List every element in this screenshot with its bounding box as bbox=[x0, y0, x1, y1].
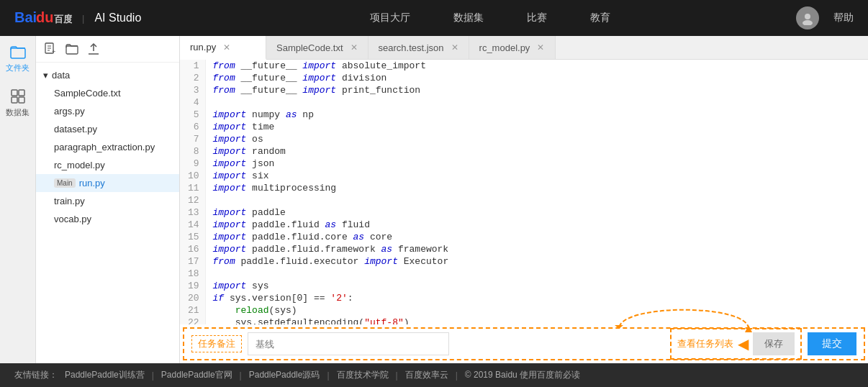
svg-rect-8 bbox=[12, 97, 17, 103]
footer-link-paddleofficial[interactable]: PaddlePaddle官网 bbox=[161, 369, 232, 381]
nav-right: 帮助 bbox=[796, 6, 854, 29]
file-vocab[interactable]: vocab.py bbox=[36, 210, 179, 228]
tab-label: rc_model.py bbox=[479, 42, 530, 53]
footer: 友情链接： PaddlePaddle训练营 | PaddlePaddle官网 |… bbox=[0, 363, 868, 387]
footer-copyright: © 2019 Baidu 使用百度前必读 bbox=[465, 369, 580, 381]
file-toolbar: + bbox=[36, 36, 179, 63]
svg-rect-9 bbox=[19, 97, 24, 103]
code-line: 16import paddle.fluid.framework as frame… bbox=[180, 243, 868, 255]
code-line: 15import paddle.fluid.core as core bbox=[180, 231, 868, 243]
folder-label: 文件夹 bbox=[6, 63, 30, 73]
folder-data[interactable]: ▾ data bbox=[36, 66, 179, 84]
view-tasks-button[interactable]: 查看任务列表 bbox=[677, 332, 733, 355]
svg-text:Bai: Bai bbox=[14, 9, 37, 25]
save-button[interactable]: 保存 bbox=[753, 332, 795, 355]
chevron-icon: ▾ bbox=[43, 70, 48, 81]
nav-datasets[interactable]: 数据集 bbox=[453, 8, 484, 28]
file-train[interactable]: train.py bbox=[36, 192, 179, 210]
nav-projects[interactable]: 项目大厅 bbox=[370, 8, 410, 28]
tab-label: SampleCode.txt bbox=[276, 42, 343, 53]
tab-search-test[interactable]: search.test.json ✕ bbox=[369, 36, 469, 59]
dataset-label: 数据集 bbox=[6, 107, 30, 118]
ai-studio-label: AI Studio bbox=[94, 12, 141, 24]
svg-point-3 bbox=[805, 14, 810, 19]
help-link[interactable]: 帮助 bbox=[833, 12, 854, 24]
arrow-icon: ◀ bbox=[738, 335, 749, 352]
code-line: 1from __future__ import absolute_import bbox=[180, 60, 868, 72]
sidebar-item-files[interactable]: 文件夹 bbox=[6, 43, 30, 73]
code-line: 13import paddle bbox=[180, 206, 868, 219]
tab-close-sample[interactable]: ✕ bbox=[351, 42, 358, 53]
code-line: 19import sys bbox=[180, 280, 868, 292]
code-line: 2from __future__ import division bbox=[180, 72, 868, 84]
code-editor[interactable]: 1from __future__ import absolute_import … bbox=[180, 60, 868, 324]
code-line: 10import six bbox=[180, 170, 868, 182]
tab-run-py[interactable]: run.py ✕ bbox=[180, 36, 266, 60]
file-rc-model[interactable]: rc_model.py bbox=[36, 156, 179, 174]
svg-point-4 bbox=[803, 20, 813, 25]
file-tree: ▾ data SampleCode.txt args.py dataset.py… bbox=[36, 63, 179, 363]
code-line: 6import time bbox=[180, 121, 868, 133]
new-folder-button[interactable] bbox=[65, 42, 79, 56]
task-note-label: 任务备注 bbox=[191, 335, 242, 352]
sidebar-item-datasets[interactable]: 数据集 bbox=[6, 88, 30, 118]
svg-rect-7 bbox=[19, 90, 24, 96]
code-line: 17from paddle.fluid.executor import Exec… bbox=[180, 255, 868, 268]
nav-education[interactable]: 教育 bbox=[590, 8, 610, 28]
svg-rect-15 bbox=[66, 46, 78, 54]
svg-marker-18 bbox=[615, 325, 623, 329]
tab-samplecode[interactable]: SampleCode.txt ✕ bbox=[266, 36, 369, 59]
file-paragraph[interactable]: paragraph_extraction.py bbox=[36, 138, 179, 156]
tab-label: search.test.json bbox=[379, 42, 444, 53]
baidu-logo: Bai du 百度 bbox=[14, 6, 72, 30]
file-run[interactable]: Main run.py bbox=[36, 174, 179, 192]
tab-label: run.py bbox=[190, 42, 216, 53]
main-badge: Main bbox=[54, 178, 76, 188]
code-line: 11import multiprocessing bbox=[180, 182, 868, 194]
code-line: 22 sys.setdefaultencoding("utf-8") bbox=[180, 317, 868, 324]
svg-rect-6 bbox=[12, 90, 17, 96]
code-line: 21 reload(sys) bbox=[180, 304, 868, 317]
footer-link-paddlesrc[interactable]: PaddlePaddle源码 bbox=[249, 369, 320, 381]
tab-rc-model[interactable]: rc_model.py ✕ bbox=[469, 36, 556, 59]
file-samplecode[interactable]: SampleCode.txt bbox=[36, 84, 179, 102]
nav-items: 项目大厅 数据集 比赛 教育 bbox=[184, 8, 796, 28]
footer-link-baidutech[interactable]: 百度技术学院 bbox=[337, 369, 389, 381]
top-navigation: Bai du 百度 | AI Studio 项目大厅 数据集 比赛 教育 帮助 bbox=[0, 0, 868, 36]
folder-icon bbox=[9, 43, 27, 60]
code-line: 4 bbox=[180, 96, 868, 109]
baseline-input[interactable] bbox=[248, 332, 449, 355]
editor-tabs: run.py ✕ SampleCode.txt ✕ search.test.js… bbox=[180, 36, 868, 60]
code-table: 1from __future__ import absolute_import … bbox=[180, 60, 868, 324]
dataset-icon bbox=[9, 88, 27, 105]
logo-area: Bai du 百度 | AI Studio bbox=[14, 6, 141, 30]
code-line: 8import random bbox=[180, 145, 868, 158]
main-area: 文件夹 数据集 + bbox=[0, 36, 868, 363]
svg-text:+: + bbox=[52, 48, 55, 55]
svg-rect-5 bbox=[11, 48, 25, 58]
submit-button[interactable]: 提交 bbox=[808, 332, 856, 355]
tab-close-rc[interactable]: ✕ bbox=[537, 42, 544, 53]
code-line: 7import os bbox=[180, 133, 868, 145]
file-args[interactable]: args.py bbox=[36, 102, 179, 120]
code-line: 3from __future__ import print_function bbox=[180, 84, 868, 96]
footer-link-baiducloud[interactable]: 百度效率云 bbox=[405, 369, 448, 381]
code-line: 5import numpy as np bbox=[180, 109, 868, 121]
code-line: 14import paddle.fluid as fluid bbox=[180, 219, 868, 231]
new-file-button[interactable]: + bbox=[43, 42, 58, 56]
avatar[interactable] bbox=[796, 6, 819, 29]
code-line: 12 bbox=[180, 194, 868, 206]
file-dataset[interactable]: dataset.py bbox=[36, 120, 179, 138]
tab-close-run[interactable]: ✕ bbox=[223, 42, 230, 53]
file-panel: + ▾ data SampleCode.txt args.py dataset.… bbox=[36, 36, 180, 363]
code-line: 18 bbox=[180, 268, 868, 280]
footer-link-paddlecamp[interactable]: PaddlePaddle训练营 bbox=[65, 369, 145, 381]
nav-competition[interactable]: 比赛 bbox=[527, 8, 547, 28]
tab-close-search[interactable]: ✕ bbox=[451, 42, 458, 53]
upload-button[interactable] bbox=[86, 42, 101, 56]
code-line: 9import json bbox=[180, 158, 868, 170]
bottom-bar: 任务备注 查看任务列表 ◀ 保存 提交 bbox=[183, 327, 865, 360]
svg-text:du: du bbox=[36, 9, 53, 25]
sidebar-icons: 文件夹 数据集 bbox=[0, 36, 36, 363]
editor-area: run.py ✕ SampleCode.txt ✕ search.test.js… bbox=[180, 36, 868, 363]
